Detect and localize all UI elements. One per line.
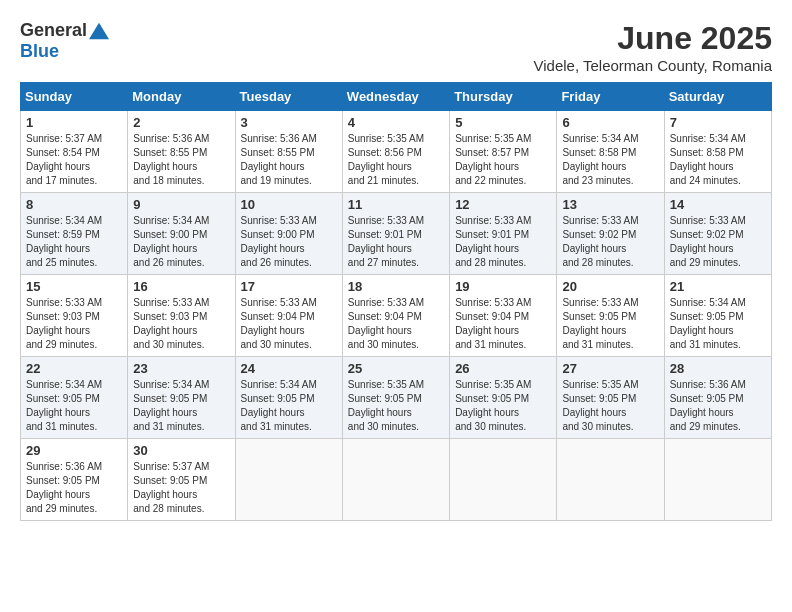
weekday-header-tuesday: Tuesday — [235, 83, 342, 111]
calendar: SundayMondayTuesdayWednesdayThursdayFrid… — [20, 82, 772, 521]
day-number: 8 — [26, 197, 122, 212]
title-area: June 2025 Videle, Teleorman County, Roma… — [534, 20, 772, 74]
calendar-cell: 30 Sunrise: 5:37 AM Sunset: 9:05 PM Dayl… — [128, 439, 235, 521]
day-info: Sunrise: 5:36 AM Sunset: 8:55 PM Dayligh… — [241, 132, 337, 188]
day-number: 19 — [455, 279, 551, 294]
day-info: Sunrise: 5:35 AM Sunset: 9:05 PM Dayligh… — [348, 378, 444, 434]
day-number: 16 — [133, 279, 229, 294]
day-info: Sunrise: 5:37 AM Sunset: 9:05 PM Dayligh… — [133, 460, 229, 516]
day-number: 2 — [133, 115, 229, 130]
weekday-header-sunday: Sunday — [21, 83, 128, 111]
day-number: 23 — [133, 361, 229, 376]
calendar-cell: 21 Sunrise: 5:34 AM Sunset: 9:05 PM Dayl… — [664, 275, 771, 357]
day-info: Sunrise: 5:33 AM Sunset: 9:03 PM Dayligh… — [133, 296, 229, 352]
calendar-cell: 10 Sunrise: 5:33 AM Sunset: 9:00 PM Dayl… — [235, 193, 342, 275]
day-info: Sunrise: 5:33 AM Sunset: 9:01 PM Dayligh… — [348, 214, 444, 270]
calendar-cell — [557, 439, 664, 521]
calendar-cell — [450, 439, 557, 521]
day-info: Sunrise: 5:36 AM Sunset: 9:05 PM Dayligh… — [670, 378, 766, 434]
calendar-cell: 5 Sunrise: 5:35 AM Sunset: 8:57 PM Dayli… — [450, 111, 557, 193]
svg-marker-0 — [89, 22, 109, 39]
calendar-cell: 14 Sunrise: 5:33 AM Sunset: 9:02 PM Dayl… — [664, 193, 771, 275]
day-number: 13 — [562, 197, 658, 212]
day-number: 22 — [26, 361, 122, 376]
day-info: Sunrise: 5:35 AM Sunset: 8:57 PM Dayligh… — [455, 132, 551, 188]
calendar-cell: 29 Sunrise: 5:36 AM Sunset: 9:05 PM Dayl… — [21, 439, 128, 521]
day-info: Sunrise: 5:33 AM Sunset: 9:03 PM Dayligh… — [26, 296, 122, 352]
header: General Blue June 2025 Videle, Teleorman… — [20, 20, 772, 74]
day-info: Sunrise: 5:34 AM Sunset: 9:05 PM Dayligh… — [241, 378, 337, 434]
day-number: 11 — [348, 197, 444, 212]
day-info: Sunrise: 5:33 AM Sunset: 9:04 PM Dayligh… — [455, 296, 551, 352]
logo: General Blue — [20, 20, 109, 62]
calendar-cell: 4 Sunrise: 5:35 AM Sunset: 8:56 PM Dayli… — [342, 111, 449, 193]
calendar-cell: 3 Sunrise: 5:36 AM Sunset: 8:55 PM Dayli… — [235, 111, 342, 193]
calendar-cell: 6 Sunrise: 5:34 AM Sunset: 8:58 PM Dayli… — [557, 111, 664, 193]
day-number: 10 — [241, 197, 337, 212]
day-number: 1 — [26, 115, 122, 130]
day-number: 12 — [455, 197, 551, 212]
calendar-cell: 24 Sunrise: 5:34 AM Sunset: 9:05 PM Dayl… — [235, 357, 342, 439]
weekday-header-monday: Monday — [128, 83, 235, 111]
calendar-cell: 13 Sunrise: 5:33 AM Sunset: 9:02 PM Dayl… — [557, 193, 664, 275]
day-number: 9 — [133, 197, 229, 212]
day-number: 30 — [133, 443, 229, 458]
day-number: 14 — [670, 197, 766, 212]
logo-blue: Blue — [20, 41, 59, 62]
day-number: 5 — [455, 115, 551, 130]
day-info: Sunrise: 5:34 AM Sunset: 9:05 PM Dayligh… — [26, 378, 122, 434]
logo-general: General — [20, 20, 87, 41]
day-number: 6 — [562, 115, 658, 130]
day-info: Sunrise: 5:36 AM Sunset: 9:05 PM Dayligh… — [26, 460, 122, 516]
calendar-cell: 26 Sunrise: 5:35 AM Sunset: 9:05 PM Dayl… — [450, 357, 557, 439]
day-info: Sunrise: 5:34 AM Sunset: 9:00 PM Dayligh… — [133, 214, 229, 270]
calendar-cell: 1 Sunrise: 5:37 AM Sunset: 8:54 PM Dayli… — [21, 111, 128, 193]
day-info: Sunrise: 5:36 AM Sunset: 8:55 PM Dayligh… — [133, 132, 229, 188]
calendar-cell — [235, 439, 342, 521]
calendar-cell: 8 Sunrise: 5:34 AM Sunset: 8:59 PM Dayli… — [21, 193, 128, 275]
day-info: Sunrise: 5:35 AM Sunset: 9:05 PM Dayligh… — [562, 378, 658, 434]
week-row-5: 29 Sunrise: 5:36 AM Sunset: 9:05 PM Dayl… — [21, 439, 772, 521]
calendar-cell: 28 Sunrise: 5:36 AM Sunset: 9:05 PM Dayl… — [664, 357, 771, 439]
day-info: Sunrise: 5:34 AM Sunset: 9:05 PM Dayligh… — [670, 296, 766, 352]
day-info: Sunrise: 5:34 AM Sunset: 8:58 PM Dayligh… — [670, 132, 766, 188]
day-info: Sunrise: 5:33 AM Sunset: 9:04 PM Dayligh… — [348, 296, 444, 352]
day-info: Sunrise: 5:33 AM Sunset: 9:01 PM Dayligh… — [455, 214, 551, 270]
calendar-cell — [342, 439, 449, 521]
week-row-4: 22 Sunrise: 5:34 AM Sunset: 9:05 PM Dayl… — [21, 357, 772, 439]
day-number: 20 — [562, 279, 658, 294]
day-number: 28 — [670, 361, 766, 376]
calendar-cell: 7 Sunrise: 5:34 AM Sunset: 8:58 PM Dayli… — [664, 111, 771, 193]
calendar-cell: 2 Sunrise: 5:36 AM Sunset: 8:55 PM Dayli… — [128, 111, 235, 193]
day-info: Sunrise: 5:33 AM Sunset: 9:00 PM Dayligh… — [241, 214, 337, 270]
calendar-cell: 27 Sunrise: 5:35 AM Sunset: 9:05 PM Dayl… — [557, 357, 664, 439]
week-row-3: 15 Sunrise: 5:33 AM Sunset: 9:03 PM Dayl… — [21, 275, 772, 357]
logo-icon — [89, 21, 109, 41]
day-info: Sunrise: 5:34 AM Sunset: 8:58 PM Dayligh… — [562, 132, 658, 188]
calendar-cell: 19 Sunrise: 5:33 AM Sunset: 9:04 PM Dayl… — [450, 275, 557, 357]
day-number: 26 — [455, 361, 551, 376]
calendar-cell: 17 Sunrise: 5:33 AM Sunset: 9:04 PM Dayl… — [235, 275, 342, 357]
calendar-cell: 23 Sunrise: 5:34 AM Sunset: 9:05 PM Dayl… — [128, 357, 235, 439]
calendar-cell: 18 Sunrise: 5:33 AM Sunset: 9:04 PM Dayl… — [342, 275, 449, 357]
weekday-header-friday: Friday — [557, 83, 664, 111]
day-info: Sunrise: 5:35 AM Sunset: 8:56 PM Dayligh… — [348, 132, 444, 188]
day-number: 21 — [670, 279, 766, 294]
day-info: Sunrise: 5:37 AM Sunset: 8:54 PM Dayligh… — [26, 132, 122, 188]
day-info: Sunrise: 5:33 AM Sunset: 9:05 PM Dayligh… — [562, 296, 658, 352]
calendar-cell: 20 Sunrise: 5:33 AM Sunset: 9:05 PM Dayl… — [557, 275, 664, 357]
calendar-cell: 9 Sunrise: 5:34 AM Sunset: 9:00 PM Dayli… — [128, 193, 235, 275]
day-info: Sunrise: 5:35 AM Sunset: 9:05 PM Dayligh… — [455, 378, 551, 434]
weekday-header-wednesday: Wednesday — [342, 83, 449, 111]
weekday-header-row: SundayMondayTuesdayWednesdayThursdayFrid… — [21, 83, 772, 111]
day-info: Sunrise: 5:33 AM Sunset: 9:04 PM Dayligh… — [241, 296, 337, 352]
week-row-1: 1 Sunrise: 5:37 AM Sunset: 8:54 PM Dayli… — [21, 111, 772, 193]
calendar-cell: 15 Sunrise: 5:33 AM Sunset: 9:03 PM Dayl… — [21, 275, 128, 357]
day-number: 29 — [26, 443, 122, 458]
day-number: 7 — [670, 115, 766, 130]
location-title: Videle, Teleorman County, Romania — [534, 57, 772, 74]
day-info: Sunrise: 5:34 AM Sunset: 9:05 PM Dayligh… — [133, 378, 229, 434]
month-title: June 2025 — [534, 20, 772, 57]
calendar-cell: 22 Sunrise: 5:34 AM Sunset: 9:05 PM Dayl… — [21, 357, 128, 439]
calendar-cell: 11 Sunrise: 5:33 AM Sunset: 9:01 PM Dayl… — [342, 193, 449, 275]
